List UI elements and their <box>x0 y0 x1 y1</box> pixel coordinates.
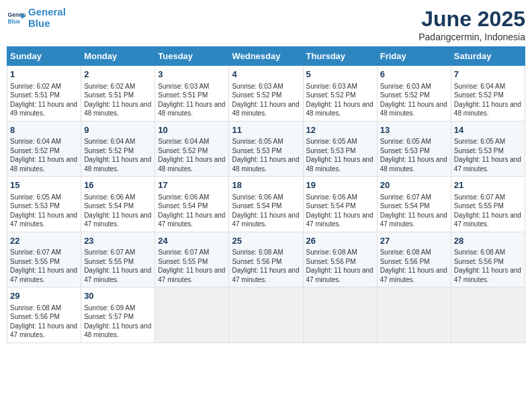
day-number: 2 <box>84 68 152 81</box>
day-number: 23 <box>84 235 152 247</box>
day-info: Sunrise: 6:05 AMSunset: 5:53 PMDaylight:… <box>10 193 77 228</box>
calendar-cell: 21Sunrise: 6:07 AMSunset: 5:55 PMDayligh… <box>451 177 525 232</box>
calendar-week-row: 22Sunrise: 6:07 AMSunset: 5:55 PMDayligh… <box>7 232 525 287</box>
day-info: Sunrise: 6:02 AMSunset: 5:51 PMDaylight:… <box>10 83 77 118</box>
day-number: 14 <box>454 124 522 136</box>
header: General Blue General Blue June 2025 Pada… <box>7 7 525 42</box>
day-number: 4 <box>232 68 300 81</box>
calendar-cell: 13Sunrise: 6:05 AMSunset: 5:53 PMDayligh… <box>377 121 451 177</box>
calendar-cell: 4Sunrise: 6:03 AMSunset: 5:52 PMDaylight… <box>229 66 303 122</box>
calendar-cell: 16Sunrise: 6:06 AMSunset: 5:54 PMDayligh… <box>81 177 155 232</box>
day-info: Sunrise: 6:07 AMSunset: 5:55 PMDaylight:… <box>158 248 225 283</box>
day-number: 19 <box>306 179 374 191</box>
day-info: Sunrise: 6:04 AMSunset: 5:52 PMDaylight:… <box>454 83 521 118</box>
day-info: Sunrise: 6:03 AMSunset: 5:52 PMDaylight:… <box>380 83 447 118</box>
logo-text: General Blue <box>28 7 66 29</box>
day-info: Sunrise: 6:06 AMSunset: 5:54 PMDaylight:… <box>306 193 373 228</box>
day-info: Sunrise: 6:06 AMSunset: 5:54 PMDaylight:… <box>232 193 299 228</box>
calendar-cell: 15Sunrise: 6:05 AMSunset: 5:53 PMDayligh… <box>7 177 81 232</box>
calendar-cell: 29Sunrise: 6:08 AMSunset: 5:56 PMDayligh… <box>7 287 81 343</box>
day-info: Sunrise: 6:05 AMSunset: 5:53 PMDaylight:… <box>306 138 373 173</box>
day-info: Sunrise: 6:06 AMSunset: 5:54 PMDaylight:… <box>84 193 151 228</box>
day-number: 26 <box>306 235 374 247</box>
calendar-cell: 12Sunrise: 6:05 AMSunset: 5:53 PMDayligh… <box>303 121 377 177</box>
calendar-week-row: 8Sunrise: 6:04 AMSunset: 5:52 PMDaylight… <box>7 121 525 177</box>
calendar-table: SundayMondayTuesdayWednesdayThursdayFrid… <box>7 46 525 343</box>
calendar-cell: 28Sunrise: 6:08 AMSunset: 5:56 PMDayligh… <box>451 232 525 287</box>
day-info: Sunrise: 6:09 AMSunset: 5:57 PMDaylight:… <box>84 304 151 339</box>
calendar-cell <box>303 287 377 343</box>
day-info: Sunrise: 6:08 AMSunset: 5:56 PMDaylight:… <box>306 248 373 283</box>
day-of-week-header: Saturday <box>451 47 525 66</box>
calendar-cell: 3Sunrise: 6:03 AMSunset: 5:51 PMDaylight… <box>155 66 229 122</box>
day-info: Sunrise: 6:04 AMSunset: 5:52 PMDaylight:… <box>10 138 77 173</box>
calendar-week-row: 29Sunrise: 6:08 AMSunset: 5:56 PMDayligh… <box>7 287 525 343</box>
day-number: 22 <box>10 235 78 247</box>
calendar-cell <box>155 287 229 343</box>
day-info: Sunrise: 6:04 AMSunset: 5:52 PMDaylight:… <box>158 138 225 173</box>
calendar-cell: 17Sunrise: 6:06 AMSunset: 5:54 PMDayligh… <box>155 177 229 232</box>
day-number: 15 <box>10 179 78 191</box>
day-number: 29 <box>10 290 78 302</box>
day-number: 13 <box>380 124 448 136</box>
calendar-cell: 27Sunrise: 6:08 AMSunset: 5:56 PMDayligh… <box>377 232 451 287</box>
day-number: 11 <box>232 124 300 136</box>
day-number: 18 <box>232 179 300 191</box>
calendar-cell <box>229 287 303 343</box>
day-info: Sunrise: 6:07 AMSunset: 5:55 PMDaylight:… <box>84 248 151 283</box>
day-info: Sunrise: 6:07 AMSunset: 5:54 PMDaylight:… <box>380 193 447 228</box>
calendar-header-row: SundayMondayTuesdayWednesdayThursdayFrid… <box>7 47 525 66</box>
day-info: Sunrise: 6:08 AMSunset: 5:56 PMDaylight:… <box>232 248 299 283</box>
calendar-title: June 2025 <box>418 7 525 32</box>
day-number: 3 <box>158 68 226 81</box>
day-info: Sunrise: 6:05 AMSunset: 5:53 PMDaylight:… <box>454 138 521 173</box>
calendar-cell: 2Sunrise: 6:02 AMSunset: 5:51 PMDaylight… <box>81 66 155 122</box>
day-number: 30 <box>84 290 152 302</box>
calendar-cell: 9Sunrise: 6:04 AMSunset: 5:52 PMDaylight… <box>81 121 155 177</box>
day-of-week-header: Tuesday <box>155 47 229 66</box>
calendar-cell: 25Sunrise: 6:08 AMSunset: 5:56 PMDayligh… <box>229 232 303 287</box>
day-info: Sunrise: 6:05 AMSunset: 5:53 PMDaylight:… <box>380 138 447 173</box>
day-number: 24 <box>158 235 226 247</box>
day-of-week-header: Sunday <box>7 47 81 66</box>
calendar-cell: 24Sunrise: 6:07 AMSunset: 5:55 PMDayligh… <box>155 232 229 287</box>
calendar-cell: 26Sunrise: 6:08 AMSunset: 5:56 PMDayligh… <box>303 232 377 287</box>
logo-line1: General <box>28 6 66 17</box>
day-number: 27 <box>380 235 448 247</box>
calendar-cell: 5Sunrise: 6:03 AMSunset: 5:52 PMDaylight… <box>303 66 377 122</box>
logo-icon: General Blue <box>7 9 26 28</box>
day-info: Sunrise: 6:05 AMSunset: 5:53 PMDaylight:… <box>232 138 299 173</box>
calendar-week-row: 15Sunrise: 6:05 AMSunset: 5:53 PMDayligh… <box>7 177 525 232</box>
day-number: 12 <box>306 124 374 136</box>
svg-text:Blue: Blue <box>8 17 21 24</box>
day-number: 16 <box>84 179 152 191</box>
calendar-cell: 7Sunrise: 6:04 AMSunset: 5:52 PMDaylight… <box>451 66 525 122</box>
day-info: Sunrise: 6:08 AMSunset: 5:56 PMDaylight:… <box>454 248 521 283</box>
day-of-week-header: Monday <box>81 47 155 66</box>
calendar-cell <box>451 287 525 343</box>
logo: General Blue General Blue <box>7 7 66 29</box>
calendar-week-row: 1Sunrise: 6:02 AMSunset: 5:51 PMDaylight… <box>7 66 525 122</box>
logo-line2: Blue <box>28 17 50 29</box>
calendar-cell: 11Sunrise: 6:05 AMSunset: 5:53 PMDayligh… <box>229 121 303 177</box>
day-info: Sunrise: 6:08 AMSunset: 5:56 PMDaylight:… <box>10 304 77 339</box>
calendar-cell: 14Sunrise: 6:05 AMSunset: 5:53 PMDayligh… <box>451 121 525 177</box>
calendar-cell: 18Sunrise: 6:06 AMSunset: 5:54 PMDayligh… <box>229 177 303 232</box>
calendar-subtitle: Padangcermin, Indonesia <box>418 32 525 42</box>
calendar-cell: 1Sunrise: 6:02 AMSunset: 5:51 PMDaylight… <box>7 66 81 122</box>
day-info: Sunrise: 6:07 AMSunset: 5:55 PMDaylight:… <box>454 193 521 228</box>
day-info: Sunrise: 6:06 AMSunset: 5:54 PMDaylight:… <box>158 193 225 228</box>
day-number: 1 <box>10 68 78 81</box>
day-number: 10 <box>158 124 226 136</box>
day-info: Sunrise: 6:02 AMSunset: 5:51 PMDaylight:… <box>84 83 151 118</box>
day-info: Sunrise: 6:03 AMSunset: 5:52 PMDaylight:… <box>232 83 299 118</box>
day-number: 7 <box>454 68 522 81</box>
day-info: Sunrise: 6:08 AMSunset: 5:56 PMDaylight:… <box>380 248 447 283</box>
calendar-cell: 22Sunrise: 6:07 AMSunset: 5:55 PMDayligh… <box>7 232 81 287</box>
calendar-cell: 8Sunrise: 6:04 AMSunset: 5:52 PMDaylight… <box>7 121 81 177</box>
day-of-week-header: Thursday <box>303 47 377 66</box>
day-info: Sunrise: 6:07 AMSunset: 5:55 PMDaylight:… <box>10 248 77 283</box>
calendar-cell: 10Sunrise: 6:04 AMSunset: 5:52 PMDayligh… <box>155 121 229 177</box>
day-number: 20 <box>380 179 448 191</box>
day-number: 6 <box>380 68 448 81</box>
